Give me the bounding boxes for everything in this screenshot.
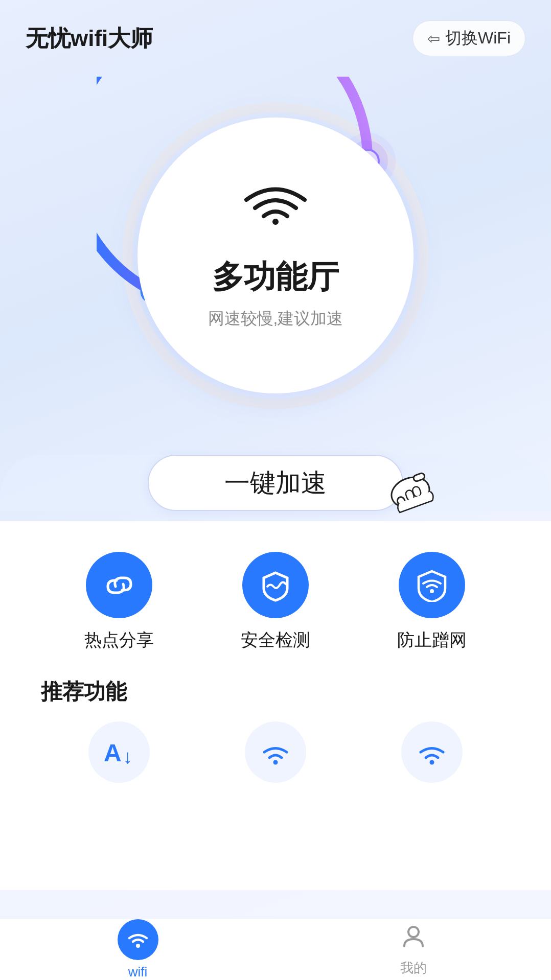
feature-protect[interactable]: 防止蹭网 (397, 552, 467, 652)
tab-mine-label: 我的 (400, 959, 427, 977)
feature-security[interactable]: 安全检测 (241, 552, 310, 652)
tab-wifi-label: wifi (128, 964, 148, 980)
rec-item-wifi3[interactable] (401, 721, 463, 783)
wifi-signal-icon (242, 181, 309, 246)
gauge-inner: 多功能厅 网速较慢,建议加速 (137, 118, 414, 393)
recommended-section: 推荐功能 A ↓ (41, 678, 510, 803)
switch-wifi-label: 切换WiFi (445, 27, 511, 50)
svg-point-7 (430, 589, 434, 593)
features-row: 热点分享 安全检测 防止蹭网 (41, 552, 510, 652)
switch-icon: ⇦ (427, 30, 440, 48)
rec-icons-row: A ↓ (41, 721, 510, 783)
svg-point-13 (408, 927, 419, 937)
network-name: 多功能厅 (212, 255, 339, 298)
switch-wifi-button[interactable]: ⇦ 切换WiFi (412, 20, 525, 56)
svg-point-12 (136, 944, 140, 948)
svg-text:↓: ↓ (123, 746, 132, 767)
rec-item-font[interactable]: A ↓ (88, 721, 150, 783)
network-subtitle: 网速较慢,建议加速 (208, 308, 343, 330)
protect-label: 防止蹭网 (397, 628, 467, 652)
tab-mine-icon (400, 923, 427, 955)
app-title: 无忧wifi大师 (26, 24, 153, 54)
hotspot-icon-circle (86, 552, 152, 618)
gauge-container: 多功能厅 网速较慢,建议加速 (97, 77, 454, 434)
rec-font-icon: A ↓ (88, 721, 150, 783)
boost-section: 一键加速 (0, 455, 551, 511)
tab-bar: wifi 我的 (0, 919, 551, 980)
svg-text:A: A (104, 739, 122, 766)
hotspot-label: 热点分享 (84, 628, 154, 652)
security-icon-circle (242, 552, 309, 618)
boost-button[interactable]: 一键加速 (148, 455, 403, 511)
boost-label: 一键加速 (224, 466, 327, 500)
header: 无忧wifi大师 ⇦ 切换WiFi (0, 0, 551, 66)
rec-wifi3-icon (401, 721, 463, 783)
recommended-title: 推荐功能 (41, 678, 510, 706)
rec-wifi2-icon (245, 721, 306, 783)
svg-point-11 (429, 760, 434, 764)
security-label: 安全检测 (241, 628, 310, 652)
svg-point-10 (273, 760, 278, 764)
protect-icon-circle (399, 552, 465, 618)
tab-wifi-icon-bg (118, 919, 158, 960)
tab-mine[interactable]: 我的 (276, 923, 551, 977)
rec-item-wifi2[interactable] (245, 721, 306, 783)
feature-hotspot[interactable]: 热点分享 (84, 552, 154, 652)
tab-wifi[interactable]: wifi (0, 919, 276, 980)
features-section: 热点分享 安全检测 防止蹭网 (0, 521, 551, 824)
